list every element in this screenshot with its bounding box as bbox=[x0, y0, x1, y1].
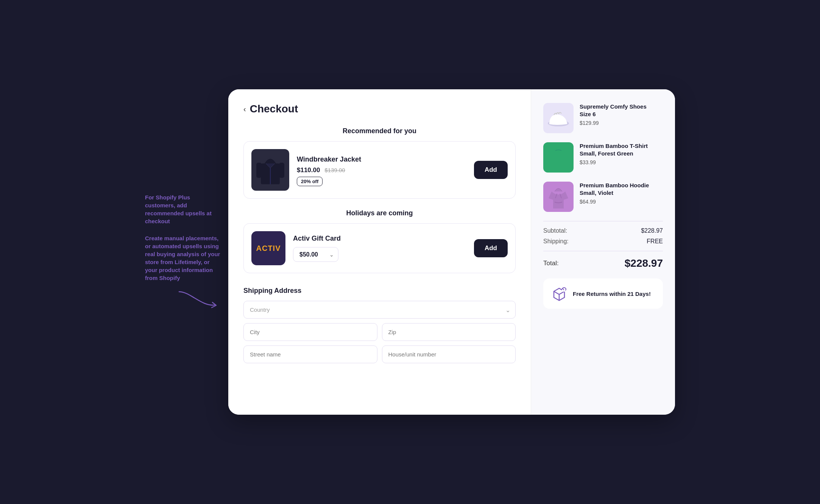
gift-card-info: Activ Gift Card $25.00 $50.00 $100.00 $2… bbox=[293, 235, 466, 262]
shoes-name: Supremely Comfy ShoesSize 6 bbox=[580, 103, 663, 118]
arrow-container bbox=[145, 288, 221, 311]
shoes-image bbox=[543, 103, 574, 133]
windbreaker-discount: 20% off bbox=[297, 177, 323, 186]
activ-brand: ACTIV bbox=[256, 244, 281, 253]
windbreaker-image bbox=[251, 149, 289, 191]
order-panel: Supremely Comfy ShoesSize 6 $129.99 Prem… bbox=[531, 89, 675, 415]
total-label: Total: bbox=[543, 260, 559, 267]
hoodie-name: Premium Bamboo HoodieSmall, Violet bbox=[580, 182, 663, 196]
gift-card-box: ACTIV Activ Gift Card $25.00 $50.00 $100… bbox=[243, 223, 516, 273]
activ-logo: ACTIV bbox=[251, 231, 285, 265]
city-zip-row bbox=[243, 323, 516, 341]
tshirt-name: Premium Bamboo T-ShirtSmall, Forest Gree… bbox=[580, 142, 663, 157]
unit-input[interactable] bbox=[382, 345, 516, 363]
left-annotation: For Shopify Plus customers, add recommen… bbox=[145, 193, 228, 311]
shipping-row: Shipping: FREE bbox=[543, 238, 663, 245]
returns-text: Free Returns within 21 Days! bbox=[573, 291, 651, 297]
jacket-icon bbox=[255, 152, 285, 188]
windbreaker-name: Windbreaker Jacket bbox=[297, 156, 466, 163]
shoes-icon bbox=[546, 108, 571, 128]
total-row: Total: $228.97 bbox=[543, 257, 663, 269]
gift-card-add-button[interactable]: Add bbox=[474, 239, 508, 257]
gift-card-name: Activ Gift Card bbox=[293, 235, 466, 243]
street-unit-row bbox=[243, 345, 516, 363]
hoodie-details: Premium Bamboo HoodieSmall, Violet $64.9… bbox=[580, 182, 663, 205]
country-select[interactable]: Country United States United Kingdom Can… bbox=[243, 301, 516, 319]
street-input[interactable] bbox=[243, 345, 377, 363]
returns-box: Free Returns within 21 Days! bbox=[543, 278, 663, 309]
windbreaker-price: $110.00 bbox=[297, 166, 320, 174]
order-item-hoodie: Premium Bamboo HoodieSmall, Violet $64.9… bbox=[543, 182, 663, 212]
shipping-label: Shipping: bbox=[543, 238, 569, 245]
windbreaker-original-price: $139.00 bbox=[324, 167, 345, 173]
recommended-section: Recommended for you bbox=[243, 127, 516, 199]
amount-select[interactable]: $25.00 $50.00 $100.00 $200.00 bbox=[293, 247, 338, 262]
total-value: $228.97 bbox=[625, 257, 663, 269]
tshirt-price: $33.99 bbox=[580, 159, 663, 165]
checkout-header: ‹ Checkout bbox=[243, 103, 516, 115]
zip-input[interactable] bbox=[382, 323, 516, 341]
svg-rect-2 bbox=[256, 163, 262, 178]
windbreaker-price-row: $110.00 $139.00 bbox=[297, 166, 466, 174]
tshirt-image bbox=[543, 142, 574, 173]
order-item-shoes: Supremely Comfy ShoesSize 6 $129.99 bbox=[543, 103, 663, 133]
shoes-details: Supremely Comfy ShoesSize 6 $129.99 bbox=[580, 103, 663, 126]
windbreaker-card: Windbreaker Jacket $110.00 $139.00 20% o… bbox=[243, 141, 516, 199]
subtotal-label: Subtotal: bbox=[543, 227, 567, 234]
annotation-bottom: Create manual placements, or automated u… bbox=[145, 234, 221, 282]
hoodie-price: $64.99 bbox=[580, 199, 663, 205]
order-divider bbox=[543, 221, 663, 221]
svg-rect-3 bbox=[279, 163, 284, 178]
shipping-value: FREE bbox=[647, 238, 663, 245]
order-items-list: Supremely Comfy ShoesSize 6 $129.99 Prem… bbox=[543, 103, 663, 212]
shoes-price: $129.99 bbox=[580, 120, 663, 126]
checkout-panel: ‹ Checkout Recommended for you bbox=[228, 89, 531, 415]
returns-icon bbox=[551, 285, 567, 302]
windbreaker-add-button[interactable]: Add bbox=[474, 161, 508, 179]
hoodie-icon bbox=[548, 184, 569, 210]
order-item-tshirt: Premium Bamboo T-ShirtSmall, Forest Gree… bbox=[543, 142, 663, 173]
shipping-title: Shipping Address bbox=[243, 287, 516, 295]
back-button[interactable]: ‹ bbox=[243, 105, 246, 114]
recommended-title: Recommended for you bbox=[243, 127, 516, 135]
tshirt-icon bbox=[548, 146, 569, 169]
annotation-arrow bbox=[175, 288, 221, 311]
total-divider bbox=[543, 251, 663, 251]
hoodie-image bbox=[543, 182, 574, 212]
windbreaker-info: Windbreaker Jacket $110.00 $139.00 20% o… bbox=[297, 156, 466, 185]
annotation-top: For Shopify Plus customers, add recommen… bbox=[145, 193, 221, 225]
subtotal-value: $228.97 bbox=[641, 227, 663, 234]
subtotal-row: Subtotal: $228.97 bbox=[543, 227, 663, 234]
checkout-title: Checkout bbox=[250, 103, 298, 115]
holidays-section: Holidays are coming ACTIV Activ Gift Car… bbox=[243, 209, 516, 273]
tshirt-details: Premium Bamboo T-ShirtSmall, Forest Gree… bbox=[580, 142, 663, 165]
main-card: ‹ Checkout Recommended for you bbox=[228, 89, 675, 415]
city-input[interactable] bbox=[243, 323, 377, 341]
holidays-title: Holidays are coming bbox=[243, 209, 516, 217]
amount-select-wrapper: $25.00 $50.00 $100.00 $200.00 ⌄ bbox=[293, 247, 338, 262]
shipping-section: Shipping Address Country United States U… bbox=[243, 287, 516, 363]
country-select-wrapper: Country United States United Kingdom Can… bbox=[243, 301, 516, 319]
